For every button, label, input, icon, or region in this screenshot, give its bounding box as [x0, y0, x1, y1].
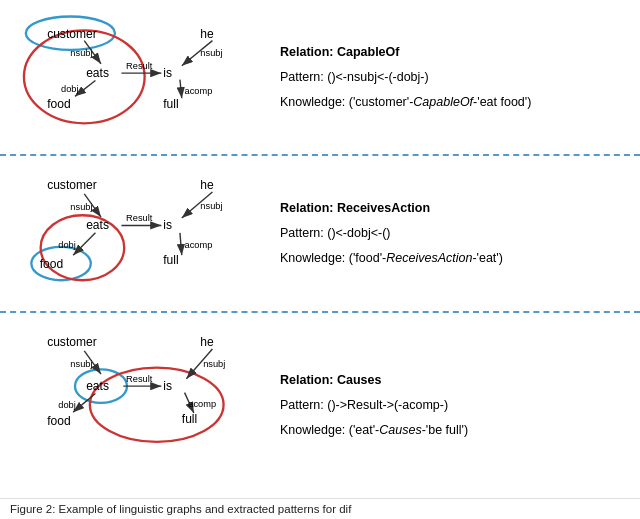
- relation-1: Relation: CapableOf: [280, 43, 630, 62]
- knowledge-1: Knowledge: ('customer'-CapableOf-'eat fo…: [280, 93, 630, 112]
- edge-dobj-2: dobj: [58, 240, 76, 250]
- node-he-1: he: [200, 27, 214, 41]
- node-customer-3: customer: [47, 335, 97, 349]
- info-area-2: Relation: ReceivesAction Pattern: ()<-do…: [270, 156, 640, 310]
- graph-svg-3: customer eats is food full he nsubj dobj…: [10, 323, 270, 453]
- edge-nsubj-2b: nsubj: [200, 201, 222, 211]
- node-is-3: is: [163, 379, 172, 393]
- edge-dobj-1: dobj: [61, 84, 79, 94]
- main-container: customer eats is food full he nsubj dobj…: [0, 0, 640, 519]
- node-eats-1: eats: [86, 66, 109, 80]
- graph-area-1: customer eats is food full he nsubj dobj…: [0, 0, 270, 154]
- node-food-3: food: [47, 414, 70, 428]
- relation-2: Relation: ReceivesAction: [280, 199, 630, 218]
- pattern-3: Pattern: ()->Result->(-acomp-): [280, 396, 630, 415]
- pattern-1: Pattern: ()<-nsubj<-(-dobj-): [280, 68, 630, 87]
- graph-svg-1: customer eats is food full he nsubj dobj…: [10, 10, 270, 140]
- info-area-1: Relation: CapableOf Pattern: ()<-nsubj<-…: [270, 0, 640, 154]
- svg-point-1: [24, 30, 145, 123]
- edge-nsubj-3b: nsubj: [203, 358, 225, 368]
- relation-3: Relation: Causes: [280, 371, 630, 390]
- edge-result-3: Result: [126, 373, 153, 383]
- edge-nsubj-1b: nsubj: [200, 48, 222, 58]
- panel-2: customer eats is food full he nsubj dobj…: [0, 156, 640, 312]
- node-full-3: full: [182, 412, 197, 426]
- node-he-2: he: [200, 179, 214, 193]
- node-customer-1: customer: [47, 27, 97, 41]
- edge-nsubj-3a: nsubj: [70, 358, 92, 368]
- graph-svg-2: customer eats is food full he nsubj dobj…: [10, 166, 270, 296]
- edge-acomp-3: acomp: [188, 398, 216, 408]
- node-eats-2: eats: [86, 219, 109, 233]
- knowledge-2: Knowledge: ('food'-ReceivesAction-'eat'): [280, 249, 630, 268]
- panel-3: customer eats is food full he nsubj dobj…: [0, 313, 640, 498]
- pattern-2: Pattern: ()<-dobj<-(): [280, 224, 630, 243]
- edge-result-2: Result: [126, 213, 153, 223]
- edge-acomp-2: acomp: [185, 240, 213, 250]
- edge-dobj-3: dobj: [58, 399, 76, 409]
- svg-line-14: [180, 233, 182, 255]
- node-customer-2: customer: [47, 179, 97, 193]
- panel-1: customer eats is food full he nsubj dobj…: [0, 0, 640, 156]
- figure-caption: Figure 2: Example of linguistic graphs a…: [0, 498, 640, 519]
- node-food-1: food: [47, 97, 70, 111]
- edge-nsubj-2a: nsubj: [70, 202, 92, 212]
- graph-area-3: customer eats is food full he nsubj dobj…: [0, 313, 270, 498]
- info-area-3: Relation: Causes Pattern: ()->Result->(-…: [270, 313, 640, 498]
- node-eats-3: eats: [86, 379, 109, 393]
- edge-result-1: Result: [126, 61, 153, 71]
- knowledge-3: Knowledge: ('eat'-Causes-'be full'): [280, 421, 630, 440]
- edge-acomp-1: acomp: [185, 86, 213, 96]
- node-is-2: is: [163, 219, 172, 233]
- node-full-2: full: [163, 253, 178, 267]
- node-full-1: full: [163, 97, 178, 111]
- node-he-3: he: [200, 335, 214, 349]
- edge-nsubj-1a: nsubj: [70, 48, 92, 58]
- node-food-2: food: [40, 258, 63, 272]
- node-is-1: is: [163, 66, 172, 80]
- graph-area-2: customer eats is food full he nsubj dobj…: [0, 156, 270, 310]
- svg-line-6: [180, 80, 182, 99]
